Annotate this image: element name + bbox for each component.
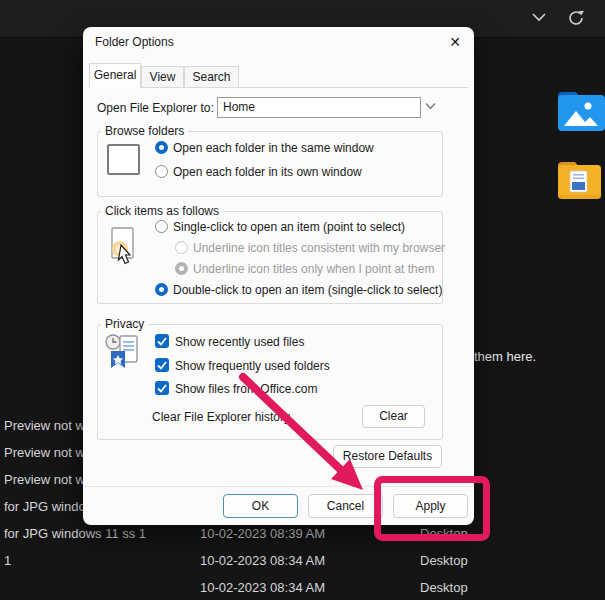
radio-double-click[interactable] xyxy=(155,283,168,296)
browse-folders-legend: Browse folders xyxy=(101,124,188,138)
drag-hint-text: them here. xyxy=(474,349,536,364)
radio-single-click-label[interactable]: Single-click to open an item (point to s… xyxy=(173,220,405,234)
file-row[interactable]: 10-02-2023 08:34 AM Desktop xyxy=(0,580,605,600)
folder-options-dialog: Folder Options ✕ General View Search Ope… xyxy=(83,27,474,525)
radio-own-window[interactable] xyxy=(155,165,168,178)
file-name: Preview not w xyxy=(4,445,85,460)
file-date-modified: 10-02-2023 08:34 AM xyxy=(200,553,325,568)
pictures-folder-icon[interactable] xyxy=(556,88,605,138)
clear-button[interactable]: Clear xyxy=(362,405,425,428)
apply-button[interactable]: Apply xyxy=(393,494,468,518)
radio-underline-browser-label: Underline icon titles consistent with my… xyxy=(193,241,445,255)
file-location: Desktop xyxy=(420,526,468,541)
privacy-legend: Privacy xyxy=(101,317,148,331)
click-items-legend: Click items as follows xyxy=(101,204,223,218)
checkbox-recently-used-label[interactable]: Show recently used files xyxy=(175,335,304,349)
radio-same-window[interactable] xyxy=(155,141,168,154)
checkbox-office-files[interactable] xyxy=(155,381,169,395)
radio-same-window-label[interactable]: Open each folder in the same window xyxy=(173,141,374,155)
yellow-folder-icon[interactable] xyxy=(557,158,602,206)
dialog-title: Folder Options xyxy=(95,35,174,49)
folder-window-icon xyxy=(107,144,140,175)
ok-button[interactable]: OK xyxy=(223,494,298,518)
file-row[interactable]: 1 10-02-2023 08:34 AM Desktop xyxy=(0,553,605,573)
restore-defaults-button[interactable]: Restore Defaults xyxy=(333,445,442,468)
radio-underline-browser xyxy=(175,241,188,254)
click-pointer-icon xyxy=(109,227,139,267)
file-name: for JPG window xyxy=(4,499,95,514)
checkbox-recently-used[interactable] xyxy=(155,334,169,348)
file-name: Preview not w xyxy=(4,418,85,433)
file-location: Desktop xyxy=(420,580,468,595)
checkbox-frequently-used-label[interactable]: Show frequently used folders xyxy=(175,359,330,373)
file-row[interactable]: for JPG windows 11 ss 1 10-02-2023 08:39… xyxy=(0,526,605,546)
cancel-button[interactable]: Cancel xyxy=(308,494,383,518)
file-date-modified: 10-02-2023 08:34 AM xyxy=(200,580,325,595)
file-name: for JPG windows 11 ss 1 xyxy=(4,526,146,541)
tab-view[interactable]: View xyxy=(141,66,184,88)
file-name: Preview not w xyxy=(4,472,85,487)
recent-files-icon xyxy=(103,333,145,373)
radio-own-window-label[interactable]: Open each folder in its own window xyxy=(173,165,362,179)
file-date-modified: 10-02-2023 08:39 AM xyxy=(200,526,325,541)
open-file-explorer-to-label: Open File Explorer to: xyxy=(97,101,214,115)
radio-underline-point xyxy=(175,262,188,275)
tab-search[interactable]: Search xyxy=(184,66,239,88)
checkbox-frequently-used[interactable] xyxy=(155,358,169,372)
dropdown-chevron-icon[interactable] xyxy=(424,101,437,111)
refresh-icon[interactable] xyxy=(565,7,587,29)
close-icon[interactable]: ✕ xyxy=(443,32,467,52)
checkbox-office-files-label[interactable]: Show files from Office.com xyxy=(175,382,318,396)
footer-divider xyxy=(83,486,474,487)
tab-general[interactable]: General xyxy=(89,63,141,88)
open-to-dropdown[interactable]: Home xyxy=(217,97,421,118)
file-name: 1 xyxy=(4,553,11,568)
chevron-down-icon[interactable] xyxy=(531,11,547,23)
radio-single-click[interactable] xyxy=(155,220,168,233)
radio-double-click-label[interactable]: Double-click to open an item (single-cli… xyxy=(173,283,442,297)
clear-history-label: Clear File Explorer history xyxy=(152,410,290,424)
file-location: Desktop xyxy=(420,553,468,568)
radio-underline-point-label: Underline icon titles only when I point … xyxy=(193,262,434,276)
